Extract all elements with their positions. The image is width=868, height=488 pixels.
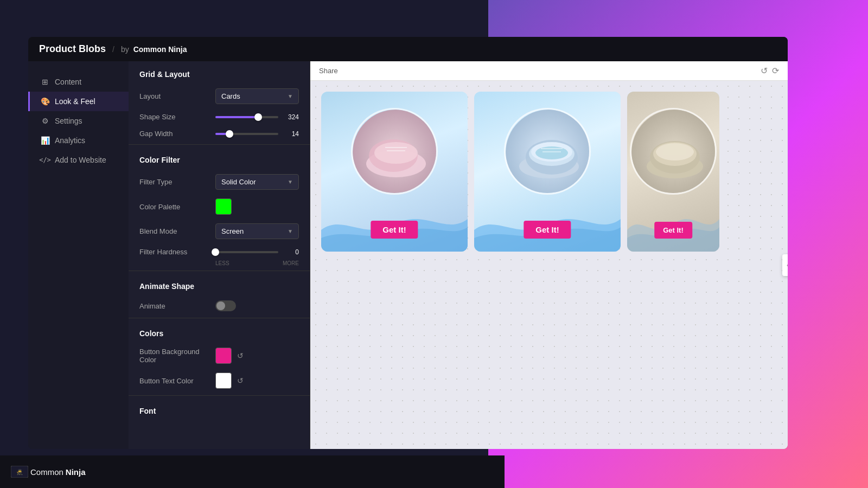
layout-dropdown[interactable]: Cards ▼: [215, 88, 299, 104]
toggle-bg[interactable]: [215, 300, 236, 311]
btn-text-color-reset-icon[interactable]: ↺: [237, 376, 244, 385]
shape-size-thumb[interactable]: [254, 113, 262, 121]
sidebar-label-analytics: Analytics: [55, 136, 85, 145]
sidebar-label-settings: Settings: [55, 117, 82, 125]
logo-text-ninja: Ninja: [66, 467, 86, 477]
look-feel-icon: 🎨: [41, 97, 49, 106]
shape-size-track[interactable]: [215, 116, 278, 118]
sidebar-item-look-feel[interactable]: 🎨 Look & Feel: [28, 92, 129, 111]
shape-size-row: Shape Size 324: [129, 108, 310, 125]
logo-icon: 🥷: [11, 466, 28, 478]
preview-area: Share ↺ ⟳ ‹: [310, 61, 788, 449]
filter-hardness-thumb[interactable]: [212, 248, 219, 256]
layout-dropdown-value: Cards: [221, 92, 240, 100]
btn-text-color-swatch[interactable]: [215, 373, 232, 389]
more-label: MORE: [283, 260, 299, 266]
logo-container: 🥷 Common Ninja: [11, 466, 86, 478]
svg-point-18: [656, 143, 694, 160]
color-palette-label: Color Palette: [139, 203, 210, 211]
card-2-circle-image: [504, 108, 591, 195]
settings-panel: Grid & Layout Layout Cards ▼ Shape Size …: [129, 61, 310, 449]
gap-width-slider-container: 14: [215, 130, 299, 138]
svg-text:🥷: 🥷: [16, 468, 23, 476]
filter-type-row: Filter Type Solid Color ▼: [129, 170, 310, 194]
btn-bg-color-swatch[interactable]: [215, 348, 232, 364]
color-palette-swatch[interactable]: [215, 198, 232, 215]
undo-icon[interactable]: ↺: [761, 66, 768, 76]
color-palette-row: Color Palette: [129, 194, 310, 219]
sidebar-label-look-feel: Look & Feel: [55, 97, 95, 106]
animate-row: Animate: [129, 296, 310, 316]
sidebar-item-settings[interactable]: ⚙ Settings: [28, 111, 129, 131]
card-3-circle-image: [630, 108, 717, 195]
refresh-icon[interactable]: ⟳: [772, 66, 779, 76]
shape-size-fill: [215, 116, 258, 118]
grid-layout-section-header: Grid & Layout: [129, 61, 310, 84]
blend-mode-value: Screen: [221, 227, 244, 235]
sidebar-label-add-to-website: Add to Website: [55, 156, 106, 164]
header-separator: /: [112, 45, 114, 54]
btn-text-color-row: Button Text Color ↺: [129, 368, 310, 393]
btn-text-color-label: Button Text Color: [139, 377, 210, 385]
svg-point-3: [374, 142, 418, 164]
card-2-get-it-button[interactable]: Get It!: [524, 221, 571, 239]
filter-hardness-labels: LESS MORE: [129, 260, 310, 268]
sidebar-label-content: Content: [55, 78, 81, 86]
gap-width-track[interactable]: [215, 133, 278, 135]
toolbar-icons: ↺ ⟳: [761, 66, 779, 76]
animate-label: Animate: [139, 302, 210, 310]
blend-mode-row: Blend Mode Screen ▼: [129, 219, 310, 243]
shape-size-value: 324: [283, 113, 299, 121]
sidebar-nav: ⊞ Content 🎨 Look & Feel ⚙ Settings 📊 Ana…: [28, 61, 129, 449]
header-bar: Product Blobs / by Common Ninja: [28, 37, 788, 61]
collapse-panel-button[interactable]: ‹: [782, 254, 788, 276]
logo-text-common: Common: [30, 467, 63, 477]
card-3-get-it-button[interactable]: Get It!: [654, 222, 692, 239]
add-to-website-icon: </>: [41, 156, 49, 164]
bottom-bar: 🥷 Common Ninja: [0, 455, 505, 488]
gap-width-thumb[interactable]: [226, 130, 233, 138]
filter-type-dropdown[interactable]: Solid Color ▼: [215, 174, 299, 190]
btn-bg-color-reset-icon[interactable]: ↺: [237, 351, 244, 360]
sidebar-item-analytics[interactable]: 📊 Analytics: [28, 131, 129, 150]
animate-shape-section-header: Animate Shape: [129, 273, 310, 296]
blend-mode-label: Blend Mode: [139, 227, 210, 235]
filter-hardness-value: 0: [283, 248, 299, 256]
sidebar-item-add-to-website[interactable]: </> Add to Website: [28, 150, 129, 170]
layout-label: Layout: [139, 92, 210, 100]
preview-canvas: ‹: [310, 81, 788, 449]
product-card-2: Get It!: [474, 92, 621, 252]
card-2-image-area: Get It!: [474, 92, 621, 252]
share-button[interactable]: Share: [319, 67, 338, 75]
less-label: LESS: [215, 260, 229, 266]
shape-size-slider-container: 324: [215, 113, 299, 121]
colors-section-header: Colors: [129, 320, 310, 343]
card-2-shoe-image: [506, 110, 589, 193]
app-title: Product Blobs: [39, 43, 106, 55]
content-icon: ⊞: [41, 78, 49, 86]
gap-width-label: Gap Width: [139, 130, 210, 138]
btn-bg-color-label: Button Background Color: [139, 348, 210, 364]
font-section-header: Font: [129, 398, 310, 421]
chevron-down-icon: ▼: [288, 93, 293, 99]
card-1-circle-image: [351, 108, 438, 195]
body-area: ⊞ Content 🎨 Look & Feel ⚙ Settings 📊 Ana…: [28, 61, 788, 449]
analytics-icon: 📊: [41, 136, 49, 145]
header-by: by: [121, 45, 129, 54]
color-filter-section-header: Color Filter: [129, 147, 310, 170]
btn-bg-color-row: Button Background Color ↺: [129, 343, 310, 368]
gap-width-row: Gap Width 14: [129, 125, 310, 142]
filter-hardness-track[interactable]: [215, 251, 278, 253]
shape-size-label: Shape Size: [139, 113, 210, 121]
blend-mode-dropdown[interactable]: Screen ▼: [215, 223, 299, 239]
card-1-get-it-button[interactable]: Get It!: [371, 221, 418, 239]
layout-row: Layout Cards ▼: [129, 84, 310, 108]
sidebar-item-content[interactable]: ⊞ Content: [28, 72, 129, 92]
preview-toolbar: Share ↺ ⟳: [310, 61, 788, 81]
card-2-shoe-svg: [506, 110, 591, 195]
filter-type-value: Solid Color: [221, 178, 256, 186]
card-1-image-area: Get It!: [321, 92, 468, 252]
toggle-knob: [216, 301, 225, 310]
animate-toggle[interactable]: [215, 300, 236, 311]
chevron-down-icon-filter: ▼: [288, 179, 293, 185]
